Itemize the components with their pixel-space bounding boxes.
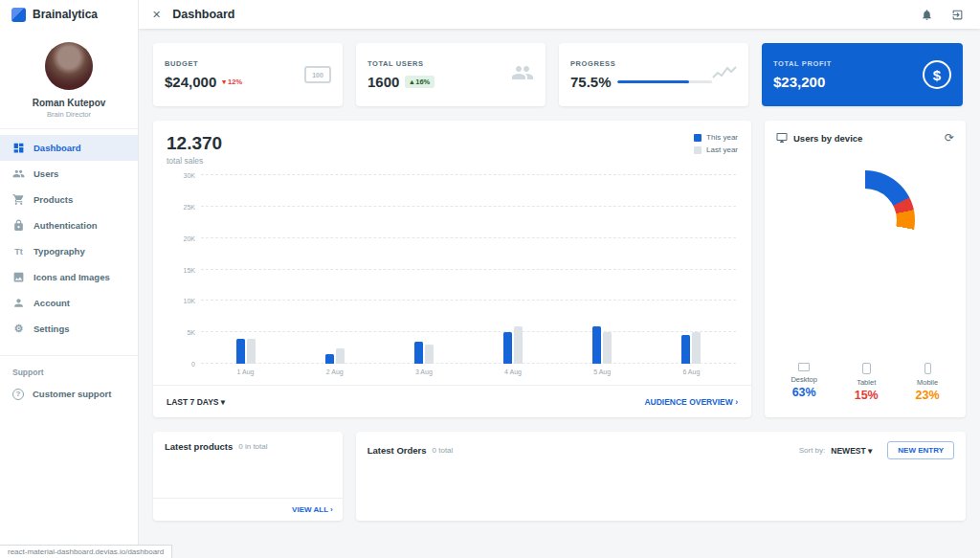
legend-last-year: Last year bbox=[694, 145, 738, 154]
main-content: BUDGET $24,000 ▾ 12% 100 TOTAL USERS 160… bbox=[139, 29, 980, 558]
total-users-card: TOTAL USERS 1600 ▴ 16% bbox=[356, 43, 546, 106]
notifications-bell-icon[interactable] bbox=[917, 5, 936, 24]
sort-dropdown[interactable]: NEWEST ▾ bbox=[831, 446, 872, 456]
date-range-button[interactable]: LAST 7 DAYS ▾ bbox=[167, 397, 225, 407]
sidebar-item-users[interactable]: Users bbox=[0, 161, 138, 187]
close-icon[interactable]: ✕ bbox=[152, 9, 161, 21]
bar-group bbox=[325, 175, 345, 364]
browser-status-bar: react-material-dashboard.devias.io/dashb… bbox=[0, 545, 172, 558]
sidebar-item-account[interactable]: Account bbox=[0, 290, 138, 316]
sidebar-item-customer-support[interactable]: ? Customer support bbox=[0, 381, 138, 407]
x-axis-labels: 1 Aug2 Aug3 Aug4 Aug5 Aug6 Aug bbox=[201, 368, 736, 375]
sidebar-item-authentication[interactable]: Authentication bbox=[0, 212, 138, 238]
sidebar-item-label: Users bbox=[33, 168, 58, 179]
mobile-percent: 23% bbox=[916, 389, 940, 402]
sidebar-item-typography[interactable]: Tt Typography bbox=[0, 238, 138, 264]
legend-swatch-last-year bbox=[694, 146, 702, 154]
sidebar-item-label: Customer support bbox=[33, 389, 111, 399]
budget-card: BUDGET $24,000 ▾ 12% 100 bbox=[153, 43, 343, 106]
image-icon bbox=[12, 271, 25, 283]
bar-group bbox=[414, 175, 434, 364]
stats-row: BUDGET $24,000 ▾ 12% 100 TOTAL USERS 160… bbox=[153, 43, 966, 106]
gear-icon: ⚙ bbox=[12, 323, 25, 335]
monitor-icon bbox=[776, 132, 788, 144]
total-users-label: TOTAL USERS bbox=[368, 59, 511, 68]
sidebar-item-label: Typography bbox=[33, 246, 85, 257]
sales-header: 12.370 total sales This year Last year bbox=[153, 121, 751, 166]
sidebar-item-products[interactable]: Products bbox=[0, 187, 138, 212]
total-profit-value: $23,200 bbox=[773, 74, 825, 90]
device-donut bbox=[815, 170, 915, 270]
help-icon: ? bbox=[12, 389, 24, 400]
sidebar-menu: Dashboard Users Products Authentication … bbox=[0, 129, 138, 347]
y-axis-tick: 10K bbox=[168, 298, 195, 304]
bar-group bbox=[236, 175, 256, 364]
total-users-value: 1600 bbox=[368, 74, 399, 90]
total-sales-value: 12.370 bbox=[167, 133, 222, 154]
progress-label: PROGRESS bbox=[570, 59, 712, 68]
bar-last-year bbox=[336, 348, 345, 364]
brand-logo-icon bbox=[11, 8, 26, 22]
latest-orders-card: Latest Orders 0 total Sort by: NEWEST ▾ … bbox=[356, 432, 966, 521]
sidebar-item-icons-and-images[interactable]: Icons and Images bbox=[0, 264, 138, 290]
sales-overview-card: 12.370 total sales This year Last year bbox=[153, 121, 751, 417]
exit-app-icon[interactable] bbox=[947, 5, 967, 24]
legend-this-year: This year bbox=[694, 133, 738, 142]
mobile-icon bbox=[924, 363, 931, 374]
x-axis-label: 2 Aug bbox=[326, 368, 344, 375]
middle-row: 12.370 total sales This year Last year bbox=[153, 121, 966, 417]
brand[interactable]: Brainalytica bbox=[0, 0, 138, 29]
refresh-icon[interactable]: ⟳ bbox=[945, 132, 954, 144]
x-axis-label: 6 Aug bbox=[682, 368, 700, 375]
sidebar-item-dashboard[interactable]: Dashboard bbox=[0, 135, 138, 161]
total-sales-subtitle: total sales bbox=[167, 156, 222, 166]
app-window: Brainalytica Roman Kutepov Brain Directo… bbox=[0, 0, 980, 558]
progress-value: 75.5% bbox=[570, 74, 612, 90]
bar-this-year bbox=[236, 339, 245, 364]
dashboard-icon bbox=[12, 142, 25, 154]
bars-area bbox=[201, 175, 736, 364]
sidebar-item-label: Dashboard bbox=[33, 143, 81, 153]
sidebar-item-settings[interactable]: ⚙ Settings bbox=[0, 316, 138, 342]
sidebar: Brainalytica Roman Kutepov Brain Directo… bbox=[0, 0, 139, 558]
audience-overview-button[interactable]: AUDIENCE OVERVIEW › bbox=[644, 397, 738, 407]
y-axis-tick: 20K bbox=[168, 234, 195, 241]
profile-name: Roman Kutepov bbox=[33, 98, 106, 108]
donut-hole bbox=[834, 189, 897, 252]
y-axis-tick: 30K bbox=[168, 172, 195, 179]
bar-this-year bbox=[681, 335, 690, 364]
chart-legend: This year Last year bbox=[694, 133, 738, 166]
legend-swatch-this-year bbox=[694, 134, 702, 142]
products-footer: VIEW ALL › bbox=[153, 498, 343, 521]
support-section-label: Support bbox=[0, 356, 138, 381]
x-axis-label: 3 Aug bbox=[415, 368, 433, 375]
bar-last-year bbox=[692, 332, 701, 364]
dollar-icon: $ bbox=[923, 60, 951, 89]
users-by-device-card: Users by device ⟳ Desktop 63% bbox=[765, 121, 966, 417]
users-icon bbox=[12, 167, 25, 180]
x-axis-label: 4 Aug bbox=[504, 368, 522, 375]
brand-name: Brainalytica bbox=[33, 8, 98, 21]
sort-by-label: Sort by: bbox=[799, 446, 826, 455]
avatar[interactable] bbox=[45, 42, 93, 90]
desktop-percent: 63% bbox=[791, 386, 817, 399]
profile-block: Roman Kutepov Brain Director bbox=[0, 29, 138, 129]
total-profit-card: TOTAL PROFIT $23,200 $ bbox=[762, 43, 963, 106]
bar-group bbox=[681, 175, 701, 364]
banknote-icon: 100 bbox=[304, 66, 331, 83]
cart-icon bbox=[12, 193, 25, 206]
y-axis-tick: 5K bbox=[168, 329, 195, 336]
bar-last-year bbox=[514, 326, 523, 364]
lock-icon bbox=[12, 219, 25, 232]
total-users-delta-badge: ▴ 16% bbox=[405, 76, 434, 88]
sidebar-item-label: Account bbox=[33, 298, 70, 308]
view-all-button[interactable]: VIEW ALL › bbox=[292, 505, 333, 514]
new-entry-button[interactable]: NEW ENTRY bbox=[887, 441, 954, 459]
bar-last-year bbox=[247, 339, 256, 364]
typography-icon: Tt bbox=[12, 247, 25, 257]
sparkline-icon bbox=[712, 65, 737, 84]
progress-bar-fill bbox=[617, 80, 689, 83]
device-stat-tablet: Tablet 15% bbox=[855, 363, 879, 402]
people-icon bbox=[511, 61, 534, 88]
devices-title: Users by device bbox=[793, 133, 939, 144]
